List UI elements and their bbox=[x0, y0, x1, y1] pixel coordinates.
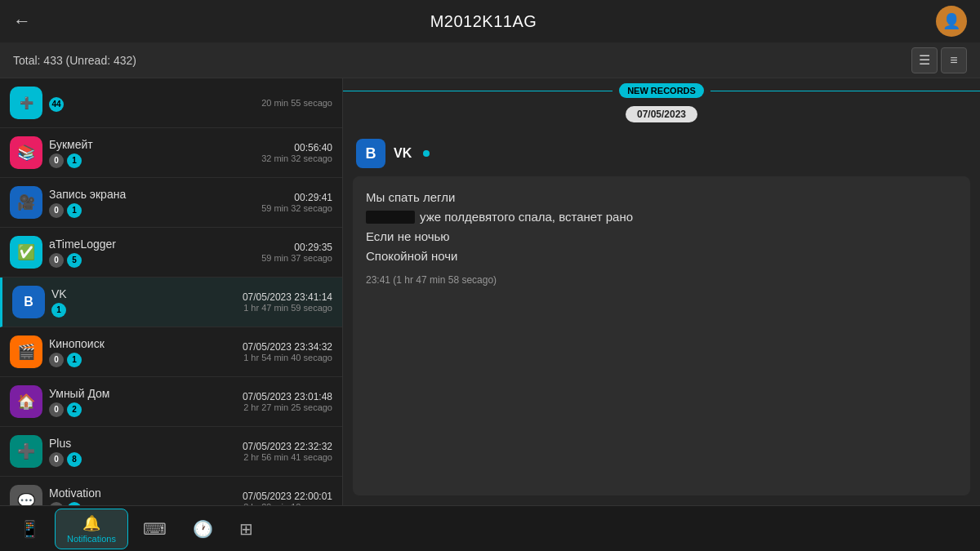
view-actions: ☰ ≡ bbox=[911, 47, 967, 73]
app-name: Запись экрана bbox=[49, 188, 255, 201]
total-badge: 0 bbox=[49, 452, 64, 467]
app-name: Умный Дом bbox=[49, 387, 236, 400]
item-time: 07/05/2023 23:01:48 2 hr 27 min 25 secag… bbox=[243, 391, 332, 412]
detail-app-icon: В bbox=[356, 139, 385, 168]
unread-badge: 44 bbox=[49, 97, 64, 112]
grid-icon: ⊞ bbox=[239, 519, 253, 539]
item-info: VK 1 bbox=[51, 287, 236, 318]
app-icon: ➕ bbox=[10, 87, 42, 119]
list-item[interactable]: В VK 1 07/05/2023 23:41:14 1 hr 47 min 5… bbox=[0, 278, 342, 327]
item-time: 07/05/2023 22:00:01 3 hr 29 min 12 secag… bbox=[243, 491, 332, 505]
list-item[interactable]: ➕ Plus 0 8 07/05/2023 22:32:32 2 hr 56 m… bbox=[0, 427, 342, 477]
nav-clock[interactable]: 🕐 bbox=[181, 511, 225, 547]
app-icon: ➕ bbox=[10, 435, 42, 468]
timestamp: 07/05/2023 22:00:01 bbox=[243, 491, 332, 502]
app-icon: 🎬 bbox=[10, 335, 42, 368]
back-button[interactable]: ← bbox=[13, 11, 31, 32]
app-icon: 📚 bbox=[10, 136, 42, 169]
nav-phone[interactable]: 📱 bbox=[8, 511, 51, 547]
timestamp: 07/05/2023 23:41:14 bbox=[243, 291, 332, 303]
avatar-icon: 👤 bbox=[942, 12, 960, 30]
time-ago: 1 hr 54 min 40 secago bbox=[243, 353, 332, 362]
date-label: 07/05/2023 bbox=[626, 106, 697, 122]
timestamp: 07/05/2023 23:01:48 bbox=[243, 391, 332, 402]
unread-badge: 1 bbox=[51, 303, 66, 318]
item-time: 07/05/2023 23:34:32 1 hr 54 min 40 secag… bbox=[243, 341, 332, 362]
app-icon: 🎥 bbox=[10, 186, 42, 219]
total-badge: 0 bbox=[49, 153, 64, 168]
time-ago: 32 min 32 secago bbox=[261, 153, 332, 163]
app-name: VK bbox=[51, 287, 236, 300]
list-item[interactable]: ➕ 44 20 min 55 secago bbox=[0, 78, 342, 128]
notification-list: ➕ 44 20 min 55 secago 📚 Букмейт 0 1 bbox=[0, 78, 343, 505]
app-icon: В bbox=[12, 286, 45, 318]
main-content: ➕ 44 20 min 55 secago 📚 Букмейт 0 1 bbox=[0, 78, 980, 505]
new-records-label: NEW RECORDS bbox=[619, 83, 704, 98]
item-info: 44 bbox=[49, 95, 255, 112]
list-item[interactable]: 💬 Motivation 0 12 07/05/2023 22:00:01 3 … bbox=[0, 477, 342, 505]
time-ago: 2 hr 56 min 41 secago bbox=[243, 452, 332, 462]
message-line-4: Спокойной ночи bbox=[366, 247, 957, 266]
item-info: Запись экрана 0 1 bbox=[49, 188, 255, 218]
app-name: Букмейт bbox=[49, 138, 255, 151]
total-badge: 0 bbox=[49, 253, 64, 268]
nav-grid[interactable]: ⊞ bbox=[228, 511, 265, 547]
item-info: Кинопоиск 0 1 bbox=[49, 337, 236, 367]
unread-badge: 8 bbox=[67, 452, 82, 467]
bottom-nav: 📱 🔔 Notifications ⌨ 🕐 ⊞ bbox=[0, 505, 980, 551]
clock-icon: 🕐 bbox=[193, 519, 213, 539]
timestamp: 00:56:40 bbox=[261, 142, 332, 153]
divider-line-right bbox=[710, 91, 980, 91]
list-item[interactable]: ✅ aTimeLogger 0 5 00:29:35 59 min 37 sec… bbox=[0, 228, 342, 278]
date-divider: 07/05/2023 bbox=[343, 103, 980, 127]
total-badge: 0 bbox=[49, 402, 64, 417]
app-icon: ✅ bbox=[10, 236, 42, 269]
time-ago: 20 min 55 secago bbox=[261, 98, 332, 108]
unread-badge: 12 bbox=[67, 502, 82, 506]
item-info: Motivation 0 12 bbox=[49, 487, 236, 506]
message-line-1: Мы спать легли bbox=[366, 188, 957, 207]
detail-panel: NEW RECORDS 07/05/2023 В VK Мы спать лег… bbox=[343, 78, 980, 505]
subheader: Total: 433 (Unread: 432) ☰ ≡ bbox=[0, 42, 980, 78]
item-time: 00:29:35 59 min 37 secago bbox=[261, 242, 332, 263]
notifications-icon: 🔔 bbox=[82, 514, 100, 532]
nav-keyboard[interactable]: ⌨ bbox=[131, 511, 178, 547]
unread-badge: 1 bbox=[67, 203, 82, 218]
list-item[interactable]: 🏠 Умный Дом 0 2 07/05/2023 23:01:48 2 hr… bbox=[0, 377, 342, 427]
phone-icon: 📱 bbox=[20, 519, 40, 539]
item-info: Букмейт 0 1 bbox=[49, 138, 255, 168]
app-icon: 💬 bbox=[10, 485, 42, 505]
list-item[interactable]: 🎥 Запись экрана 0 1 00:29:41 59 min 32 s… bbox=[0, 178, 342, 228]
detail-header: В VK bbox=[343, 127, 980, 176]
item-time: 07/05/2023 23:41:14 1 hr 47 min 59 secag… bbox=[243, 291, 332, 313]
total-badge: 0 bbox=[49, 203, 64, 218]
time-ago: 2 hr 27 min 25 secago bbox=[243, 402, 332, 412]
avatar[interactable]: 👤 bbox=[936, 6, 967, 37]
menu-button[interactable]: ≡ bbox=[941, 47, 967, 73]
detail-message: Мы спать легли уже полдевятого спала, вс… bbox=[353, 176, 970, 495]
header: ← M2012K11AG 👤 bbox=[0, 0, 980, 42]
item-time: 00:56:40 32 min 32 secago bbox=[261, 142, 332, 163]
app-name: Motivation bbox=[49, 487, 236, 500]
message-line-2-text: уже полдевятого спала, встанет рано bbox=[420, 207, 633, 227]
timestamp: 07/05/2023 22:32:32 bbox=[243, 441, 332, 452]
nav-notifications[interactable]: 🔔 Notifications bbox=[55, 509, 128, 549]
item-time: 07/05/2023 22:32:32 2 hr 56 min 41 secag… bbox=[243, 441, 332, 462]
item-info: Умный Дом 0 2 bbox=[49, 387, 236, 417]
message-line-2: уже полдевятого спала, встанет рано bbox=[366, 207, 633, 227]
timestamp: 00:29:35 bbox=[261, 242, 332, 253]
unread-badge: 2 bbox=[67, 402, 82, 417]
redacted-content bbox=[366, 211, 415, 224]
unread-badge: 5 bbox=[67, 253, 82, 268]
divider-line-left bbox=[343, 91, 612, 91]
list-item[interactable]: 🎬 Кинопоиск 0 1 07/05/2023 23:34:32 1 hr… bbox=[0, 327, 342, 377]
app-name: aTimeLogger bbox=[49, 238, 255, 251]
list-item[interactable]: 📚 Букмейт 0 1 00:56:40 32 min 32 secago bbox=[0, 128, 342, 178]
item-info: Plus 0 8 bbox=[49, 437, 236, 467]
app-icon: 🏠 bbox=[10, 385, 42, 418]
list-view-button[interactable]: ☰ bbox=[911, 47, 938, 73]
detail-app-icon-text: В bbox=[366, 145, 376, 162]
total-count: Total: 433 (Unread: 432) bbox=[13, 54, 136, 67]
time-ago: 3 hr 29 min 12 secago bbox=[243, 502, 332, 505]
online-indicator bbox=[423, 150, 430, 157]
